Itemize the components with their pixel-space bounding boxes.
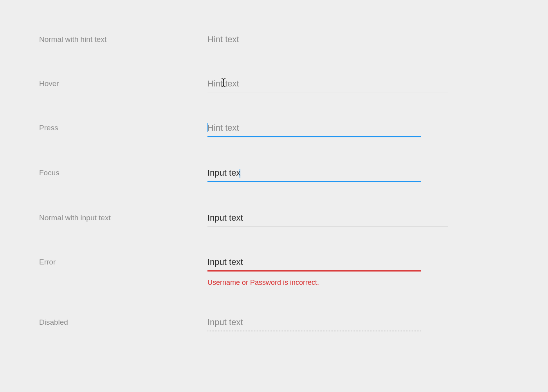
label-normal-input: Normal with input text bbox=[39, 210, 207, 222]
input-normal-input[interactable] bbox=[207, 210, 448, 226]
row-focus: Focus Input tex bbox=[39, 165, 509, 182]
caret-focus bbox=[240, 169, 240, 178]
underline-normal-input bbox=[207, 226, 448, 227]
label-normal-hint: Normal with hint text bbox=[39, 31, 207, 44]
row-error: Error Username or Password is incorrect. bbox=[39, 254, 509, 287]
underline-hover bbox=[207, 92, 448, 92]
row-disabled: Disabled bbox=[39, 314, 509, 331]
input-press[interactable] bbox=[207, 120, 448, 136]
field-wrapper-focus: Input tex bbox=[207, 165, 448, 182]
label-focus: Focus bbox=[39, 165, 207, 177]
underline-error bbox=[207, 270, 421, 272]
label-press: Press bbox=[39, 120, 207, 132]
input-normal-hint[interactable] bbox=[207, 31, 448, 48]
row-normal-input: Normal with input text bbox=[39, 210, 509, 227]
underline-focus bbox=[207, 181, 421, 182]
input-hover[interactable] bbox=[207, 76, 448, 92]
field-wrapper-error: Username or Password is incorrect. bbox=[207, 254, 448, 287]
field-wrapper-disabled bbox=[207, 314, 448, 331]
field-wrapper-press bbox=[207, 120, 448, 137]
label-error: Error bbox=[39, 254, 207, 266]
underline-disabled bbox=[207, 331, 421, 331]
row-normal-hint: Normal with hint text bbox=[39, 31, 509, 48]
focus-value: Input tex bbox=[207, 168, 240, 178]
underline-normal-hint bbox=[207, 48, 448, 48]
label-hover: Hover bbox=[39, 76, 207, 88]
underline-press bbox=[207, 136, 421, 137]
field-wrapper-normal-hint bbox=[207, 31, 448, 48]
row-hover: Hover bbox=[39, 76, 509, 92]
input-error[interactable] bbox=[207, 254, 448, 270]
input-focus[interactable]: Input tex bbox=[207, 165, 448, 181]
input-disabled bbox=[207, 314, 448, 331]
label-disabled: Disabled bbox=[39, 314, 207, 327]
error-message: Username or Password is incorrect. bbox=[207, 279, 448, 287]
field-wrapper-hover bbox=[207, 76, 448, 92]
caret-press bbox=[207, 123, 208, 132]
row-press: Press bbox=[39, 120, 509, 137]
field-wrapper-normal-input bbox=[207, 210, 448, 227]
